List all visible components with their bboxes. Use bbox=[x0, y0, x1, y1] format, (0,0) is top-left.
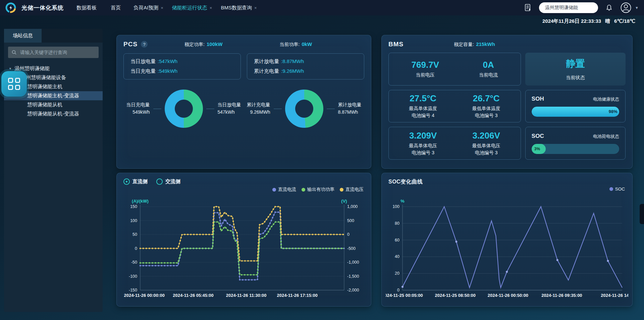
station-search-text: 温州慧明谦储能 bbox=[545, 5, 578, 10]
connector-line bbox=[153, 109, 161, 109]
tree-item-label: 慧明谦储能主机 bbox=[27, 84, 62, 90]
svg-text:2024-11-26 00:00:00: 2024-11-26 00:00:00 bbox=[124, 293, 164, 298]
legend-item[interactable]: 直流电压 bbox=[340, 186, 364, 193]
svg-text:%: % bbox=[400, 199, 405, 204]
soc-chart-panel: SOC变化曲线 SOC 100806040200%2024-11-25 00:0… bbox=[381, 173, 633, 307]
svg-text:2024-11-26 00:50:00: 2024-11-26 00:50:00 bbox=[488, 293, 528, 298]
svg-text:150: 150 bbox=[130, 204, 137, 209]
stat-value: :9.26MWh bbox=[281, 68, 304, 74]
soc-line-chart[interactable]: 100806040200%2024-11-25 00:05:002024-11-… bbox=[386, 197, 628, 302]
rated-capacity-value: 215kWh bbox=[476, 41, 495, 47]
radio-dc-label: 直流侧 bbox=[132, 178, 148, 185]
nav-tab[interactable]: 储能柜运行状态× bbox=[172, 0, 212, 15]
app-title: 光储一体化系统 bbox=[21, 4, 64, 12]
soc-chart-legend: SOC bbox=[609, 186, 625, 192]
svg-text:2024-11-26 17:15:00: 2024-11-26 17:15:00 bbox=[277, 293, 317, 298]
total-energy-donut[interactable] bbox=[285, 90, 323, 128]
drawer-handle[interactable] bbox=[640, 204, 644, 224]
radio-ac-side[interactable]: 交流侧 bbox=[156, 178, 180, 185]
nav-tab[interactable]: BMS数据查询× bbox=[221, 0, 257, 15]
bms-title: BMS bbox=[388, 41, 404, 48]
svg-text:40: 40 bbox=[395, 254, 399, 259]
svg-text:2024-11-25 08:50:00: 2024-11-25 08:50:00 bbox=[435, 293, 475, 298]
chevron-down-icon[interactable]: ▾ bbox=[8, 66, 12, 71]
daily-energy-card: 当日放电量 :547kWh 当日充电量 :549kWh bbox=[123, 53, 241, 79]
svg-text:2024-11-26 09:35:00: 2024-11-26 09:35:00 bbox=[541, 293, 582, 298]
connector-line bbox=[327, 109, 335, 109]
current-voltage-value: 769.7V bbox=[412, 60, 439, 70]
tree-item[interactable]: 慧明谦储能从机-变流器 bbox=[4, 109, 103, 118]
soc-desc: 电池荷电状态 bbox=[593, 134, 619, 140]
svg-text:2024-11-26 14:: 2024-11-26 14: bbox=[601, 293, 628, 298]
tree-item[interactable]: 慧明谦储能从机 bbox=[4, 100, 103, 109]
soh-card: SOH 电池健康状态 98% bbox=[525, 90, 626, 123]
legend-label: 直流电压 bbox=[345, 186, 364, 193]
close-tab-icon[interactable]: × bbox=[161, 5, 163, 10]
pcs-help-icon[interactable]: ? bbox=[141, 41, 148, 48]
app-launcher-button[interactable] bbox=[1, 71, 27, 97]
radio-dot-icon bbox=[156, 178, 163, 185]
bell-icon[interactable] bbox=[603, 2, 615, 13]
report-icon[interactable] bbox=[522, 2, 534, 13]
dc-chart-legend: 直流电流输出有功功率直流电压 bbox=[272, 186, 364, 193]
svg-text:(A)/(kW): (A)/(kW) bbox=[132, 199, 149, 204]
nav-item[interactable]: 数据看板 bbox=[74, 5, 99, 11]
stat-label: 累计充电量 bbox=[254, 68, 279, 74]
legend-item[interactable]: SOC bbox=[609, 186, 625, 192]
stat-value: :547kWh bbox=[158, 58, 177, 65]
svg-text:0: 0 bbox=[397, 288, 399, 292]
current-power-label: 当前功率: bbox=[280, 42, 300, 48]
datetime-weather-bar: 2024年11月26日 22:33:33 晴 6℃/18℃ bbox=[542, 18, 635, 24]
svg-text:(V): (V) bbox=[341, 199, 347, 204]
legend-dot-icon bbox=[609, 187, 613, 191]
close-tab-icon[interactable]: × bbox=[254, 5, 257, 10]
close-tab-icon[interactable]: × bbox=[210, 5, 212, 10]
dc-chart-panel: 直流侧 交流侧 直流电流输出有功功率直流电压 150100500-50-100-… bbox=[116, 173, 371, 307]
tree-item-label: 慧明谦储能从机-变流器 bbox=[27, 111, 79, 117]
legend-item[interactable]: 直流电流 bbox=[272, 186, 296, 193]
donut-right-label: 当日放电量547kWh bbox=[218, 101, 241, 116]
total-energy-donut-group: 累计充电量9.26MWh 累计放电量8.87MWh bbox=[244, 90, 364, 128]
app-logo-icon bbox=[5, 2, 16, 13]
nav-item[interactable]: 首页 bbox=[108, 5, 123, 11]
svg-text:2024-11-25 00:05:00: 2024-11-25 00:05:00 bbox=[386, 293, 423, 298]
legend-label: 直流电流 bbox=[278, 186, 296, 193]
svg-text:20: 20 bbox=[395, 271, 399, 276]
max-temp-value: 27.5°C bbox=[409, 93, 437, 104]
legend-item[interactable]: 输出有功功率 bbox=[302, 186, 334, 193]
radio-dc-side[interactable]: 直流侧 bbox=[123, 178, 148, 185]
donut-left-label: 累计充电量9.26MWh bbox=[247, 101, 270, 116]
legend-dot-icon bbox=[302, 188, 305, 192]
nav-tab-label: 储能柜运行状态 bbox=[172, 5, 207, 11]
user-avatar[interactable] bbox=[620, 2, 632, 13]
search-input[interactable] bbox=[19, 49, 95, 55]
svg-text:0: 0 bbox=[347, 232, 350, 237]
min-temp-label: 最低单体温度 bbox=[472, 106, 500, 112]
min-temp-value: 26.7°C bbox=[472, 93, 500, 104]
svg-text:-150: -150 bbox=[129, 288, 137, 292]
stat-value: :549kWh bbox=[158, 68, 177, 74]
soc-title: SOC bbox=[532, 133, 544, 140]
nav-tab-label: BMS数据查询 bbox=[221, 5, 252, 11]
tab-station-info[interactable]: 场站信息 bbox=[4, 29, 42, 43]
total-energy-card: 累计放电量 :8.87MWh 累计充电量 :9.26MWh bbox=[247, 53, 364, 79]
status-card: 静置 当前状态 bbox=[525, 53, 626, 86]
current-power-value: 0kW bbox=[302, 41, 312, 47]
nav-tabs: 负荷AI预测×储能柜运行状态×BMS数据查询× bbox=[133, 0, 257, 15]
max-temp-label: 最高单体温度 bbox=[409, 106, 437, 112]
min-volt-sub: 电池编号 3 bbox=[472, 150, 500, 156]
radio-ac-label: 交流侧 bbox=[165, 178, 180, 185]
stat-label: 当日充电量 bbox=[130, 68, 156, 74]
cell-voltage-card: 3.209V 最高单体电压 电池编号 3 3.206V 最低单体电压 电池编号 … bbox=[388, 127, 521, 160]
sidebar-search[interactable] bbox=[8, 47, 99, 58]
svg-text:-100: -100 bbox=[129, 274, 137, 279]
dc-line-chart[interactable]: 150100500-50-100-1501,0005000-500-1,000-… bbox=[121, 197, 367, 302]
datetime-text: 2024年11月26日 22:33:33 bbox=[542, 18, 601, 24]
user-menu-caret-icon[interactable]: ▼ bbox=[635, 6, 639, 10]
daily-energy-donut[interactable] bbox=[165, 90, 203, 128]
svg-text:-50: -50 bbox=[131, 260, 137, 265]
station-search-pill[interactable]: 温州慧明谦储能 bbox=[539, 2, 598, 13]
nav-tab[interactable]: 负荷AI预测× bbox=[133, 0, 163, 15]
weather-text: 晴 bbox=[605, 18, 610, 24]
legend-dot-icon bbox=[340, 188, 343, 192]
